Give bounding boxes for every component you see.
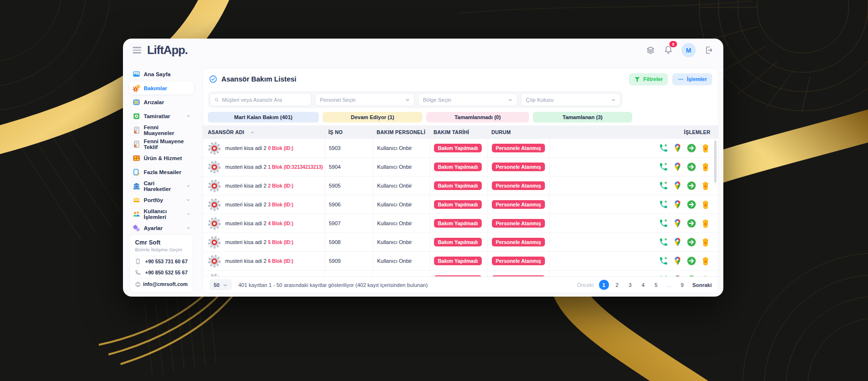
layers-icon[interactable] bbox=[646, 45, 655, 55]
table-scrollbar[interactable] bbox=[714, 140, 717, 183]
tab-completed[interactable]: Tamamlanan (3) bbox=[533, 112, 632, 122]
column-header[interactable]: ASANSÖR ADI bbox=[203, 125, 325, 139]
trash-icon[interactable] bbox=[701, 162, 710, 172]
table-row: musteri kisa adi 2 5 Blok (ID:) 5908 Kul… bbox=[203, 233, 718, 252]
sidebar-item-tamiratlar[interactable]: Tamiratlar bbox=[129, 109, 194, 122]
sidebar-item-ayarlar[interactable]: Ayarlar bbox=[129, 221, 194, 234]
next-page-button[interactable]: Sonraki bbox=[692, 282, 712, 288]
chevron-down-icon bbox=[508, 97, 513, 102]
trash-icon[interactable] bbox=[701, 218, 710, 228]
go-arrow-icon[interactable] bbox=[687, 237, 696, 247]
check-badge-icon bbox=[209, 75, 217, 83]
maps-pin-icon[interactable] bbox=[673, 256, 682, 266]
contact-email[interactable]: info@cmrsoft.com bbox=[135, 278, 188, 289]
tab-in-progress[interactable]: Devam Ediyor (1) bbox=[323, 112, 422, 122]
shelf-icon bbox=[133, 154, 140, 162]
search-input[interactable] bbox=[222, 97, 307, 103]
sidebar-item-arizalar[interactable]: Arızalar bbox=[129, 95, 194, 109]
phone-add-icon[interactable] bbox=[659, 218, 668, 228]
trash-icon[interactable] bbox=[701, 200, 710, 209]
phone-add-icon[interactable] bbox=[659, 181, 668, 190]
logout-icon[interactable] bbox=[704, 45, 714, 55]
maps-pin-icon[interactable] bbox=[673, 143, 682, 153]
go-arrow-icon[interactable] bbox=[687, 200, 696, 209]
app-logo: LiftApp. bbox=[147, 43, 188, 57]
prev-page-button[interactable]: Önceki bbox=[577, 282, 593, 288]
sidebar-item-urun-hizmet[interactable]: Ürün & Hizmet bbox=[129, 151, 194, 164]
maps-pin-icon[interactable] bbox=[673, 200, 682, 209]
maintenance-date-badge: Bakım Yapılmadı bbox=[434, 219, 482, 228]
notifications-button[interactable]: 0 bbox=[664, 44, 673, 56]
go-arrow-icon[interactable] bbox=[687, 143, 696, 153]
trash-icon[interactable] bbox=[701, 181, 710, 190]
search-icon bbox=[215, 97, 219, 102]
page-button-4[interactable]: 4 bbox=[638, 280, 648, 290]
phone-add-icon[interactable] bbox=[659, 200, 668, 209]
sidebar-item-ana-sayfa[interactable]: Ana Sayfa bbox=[129, 68, 194, 81]
maps-pin-icon[interactable] bbox=[673, 237, 682, 247]
trash-icon[interactable] bbox=[701, 143, 710, 153]
sidebar-item-cari-hareketler[interactable]: Cari Hareketler bbox=[129, 179, 194, 192]
region-select[interactable]: Bölge Seçin bbox=[418, 93, 518, 106]
tab-remaining[interactable]: Mart Kalan Bakım (401) bbox=[208, 112, 319, 122]
menu-icon[interactable] bbox=[133, 47, 141, 54]
sidebar-item-label: Fazla Mesailer bbox=[144, 169, 181, 175]
elevator-block: 3 Blok (ID:) bbox=[268, 202, 294, 207]
sidebar-item-fazla-mesailer[interactable]: Fazla Mesailer bbox=[129, 165, 194, 178]
page-size-select[interactable]: 50 bbox=[209, 279, 232, 290]
column-header[interactable]: DURUM bbox=[488, 125, 549, 139]
sidebar-item-label: Arızalar bbox=[144, 99, 164, 105]
filters-button-label: Filtreler bbox=[643, 76, 663, 82]
phone-add-icon[interactable] bbox=[659, 162, 668, 172]
personnel: Kullanıcı Onbir bbox=[373, 252, 430, 270]
personnel-select[interactable]: Personel Seçin bbox=[315, 93, 415, 106]
trash-icon[interactable] bbox=[701, 237, 710, 247]
go-arrow-icon[interactable] bbox=[687, 162, 696, 172]
status-badge: Personele Atanmış bbox=[492, 200, 545, 209]
users-icon bbox=[133, 210, 140, 218]
portfolio-people-icon bbox=[133, 196, 140, 204]
contact-phone[interactable]: +90 850 532 55 67 bbox=[135, 267, 188, 278]
page-button-1[interactable]: 1 bbox=[599, 280, 609, 290]
phone-add-icon[interactable] bbox=[659, 143, 668, 153]
sidebar-item-fenni-muayeneler[interactable]: Fenni Muayeneler bbox=[129, 123, 194, 136]
page-button-9[interactable]: 9 bbox=[678, 280, 687, 290]
phone-add-icon[interactable] bbox=[659, 237, 668, 247]
chevron-down-icon bbox=[186, 184, 190, 188]
maintenance-date-badge: Bakım Yapılmadı bbox=[434, 181, 482, 190]
trash-icon[interactable] bbox=[701, 256, 710, 266]
column-header[interactable]: BAKIM PERSONELİ bbox=[373, 125, 430, 139]
maintenance-date-badge: Bakım Yapılmadı bbox=[434, 238, 482, 246]
go-arrow-icon[interactable] bbox=[687, 256, 696, 266]
elevator-gear-avatar bbox=[208, 236, 221, 249]
sidebar-item-kullanici-islemleri[interactable]: Kullanıcı İşlemleri bbox=[129, 207, 194, 220]
phone-add-icon[interactable] bbox=[659, 256, 668, 266]
page-button-2[interactable]: 2 bbox=[612, 280, 622, 290]
maintenance-date-badge: Bakım Yapılmadı bbox=[434, 144, 482, 152]
elevator-block: 6 Blok (ID:) bbox=[268, 259, 294, 264]
go-arrow-icon[interactable] bbox=[687, 218, 696, 228]
sidebar-item-label: Tamiratlar bbox=[144, 113, 170, 119]
filters-button[interactable]: Filtreler bbox=[629, 73, 668, 85]
maps-pin-icon[interactable] bbox=[673, 162, 682, 172]
maps-pin-icon[interactable] bbox=[673, 181, 682, 190]
actions-button[interactable]: İşlemler bbox=[672, 73, 712, 85]
contact-mobile[interactable]: +90 553 731 60 67 bbox=[135, 256, 188, 267]
chevron-down-icon bbox=[223, 283, 228, 287]
chevron-down-icon bbox=[186, 226, 190, 230]
maps-pin-icon[interactable] bbox=[673, 218, 682, 228]
go-arrow-icon[interactable] bbox=[687, 181, 696, 190]
page-button-3[interactable]: 3 bbox=[625, 280, 635, 290]
sidebar-item-fenni-muayene-teklif[interactable]: Fenni Muayene Teklif bbox=[129, 137, 194, 150]
column-header[interactable]: İŞ NO bbox=[325, 125, 373, 139]
chevron-down-icon bbox=[186, 198, 190, 202]
sidebar-item-portfoy[interactable]: Portföy bbox=[129, 193, 194, 206]
sidebar-item-bakimlar[interactable]: Bakımlar bbox=[129, 82, 194, 95]
page-button-5[interactable]: 5 bbox=[651, 280, 661, 290]
personnel: Kullanıcı Onbir bbox=[373, 214, 430, 232]
trash-select[interactable]: Çöp Kutusu bbox=[521, 93, 621, 106]
column-header[interactable]: BAKIM TARİHİ bbox=[430, 125, 488, 139]
avatar[interactable]: M bbox=[681, 43, 696, 57]
column-header: İŞLEMLER bbox=[645, 125, 718, 139]
tab-not-completed[interactable]: Tamamlanmadı (0) bbox=[426, 112, 529, 122]
